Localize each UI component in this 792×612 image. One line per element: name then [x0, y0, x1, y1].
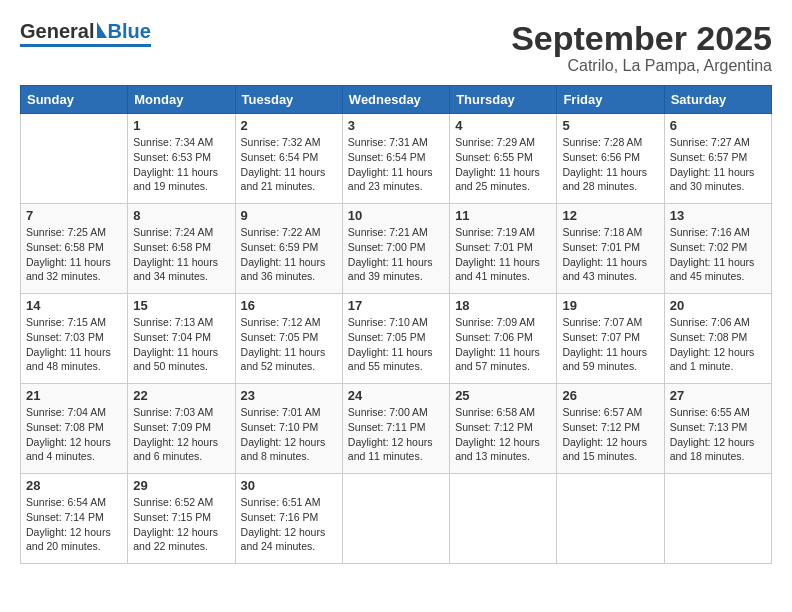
- day-info: Sunrise: 7:09 AMSunset: 7:06 PMDaylight:…: [455, 315, 551, 374]
- header-day-friday: Friday: [557, 86, 664, 114]
- day-number: 14: [26, 298, 122, 313]
- day-number: 29: [133, 478, 229, 493]
- logo-underline: [20, 44, 151, 47]
- calendar-cell: 2Sunrise: 7:32 AMSunset: 6:54 PMDaylight…: [235, 114, 342, 204]
- page-title: September 2025: [511, 20, 772, 57]
- calendar-cell: 16Sunrise: 7:12 AMSunset: 7:05 PMDayligh…: [235, 294, 342, 384]
- calendar-cell: 3Sunrise: 7:31 AMSunset: 6:54 PMDaylight…: [342, 114, 449, 204]
- header-day-tuesday: Tuesday: [235, 86, 342, 114]
- day-number: 30: [241, 478, 337, 493]
- day-number: 20: [670, 298, 766, 313]
- page-subtitle: Catrilo, La Pampa, Argentina: [511, 57, 772, 75]
- calendar-cell: 5Sunrise: 7:28 AMSunset: 6:56 PMDaylight…: [557, 114, 664, 204]
- day-info: Sunrise: 7:00 AMSunset: 7:11 PMDaylight:…: [348, 405, 444, 464]
- calendar-cell: 4Sunrise: 7:29 AMSunset: 6:55 PMDaylight…: [450, 114, 557, 204]
- calendar-body: 1Sunrise: 7:34 AMSunset: 6:53 PMDaylight…: [21, 114, 772, 564]
- calendar-cell: 10Sunrise: 7:21 AMSunset: 7:00 PMDayligh…: [342, 204, 449, 294]
- day-info: Sunrise: 7:16 AMSunset: 7:02 PMDaylight:…: [670, 225, 766, 284]
- day-info: Sunrise: 7:18 AMSunset: 7:01 PMDaylight:…: [562, 225, 658, 284]
- day-info: Sunrise: 7:10 AMSunset: 7:05 PMDaylight:…: [348, 315, 444, 374]
- week-row-5: 28Sunrise: 6:54 AMSunset: 7:14 PMDayligh…: [21, 474, 772, 564]
- calendar-table: SundayMondayTuesdayWednesdayThursdayFrid…: [20, 85, 772, 564]
- day-info: Sunrise: 7:13 AMSunset: 7:04 PMDaylight:…: [133, 315, 229, 374]
- day-info: Sunrise: 7:07 AMSunset: 7:07 PMDaylight:…: [562, 315, 658, 374]
- header-day-sunday: Sunday: [21, 86, 128, 114]
- calendar-cell: 9Sunrise: 7:22 AMSunset: 6:59 PMDaylight…: [235, 204, 342, 294]
- day-number: 7: [26, 208, 122, 223]
- week-row-3: 14Sunrise: 7:15 AMSunset: 7:03 PMDayligh…: [21, 294, 772, 384]
- day-info: Sunrise: 7:01 AMSunset: 7:10 PMDaylight:…: [241, 405, 337, 464]
- day-number: 6: [670, 118, 766, 133]
- header-row: SundayMondayTuesdayWednesdayThursdayFrid…: [21, 86, 772, 114]
- calendar-cell: [557, 474, 664, 564]
- day-info: Sunrise: 7:34 AMSunset: 6:53 PMDaylight:…: [133, 135, 229, 194]
- day-number: 19: [562, 298, 658, 313]
- calendar-cell: 8Sunrise: 7:24 AMSunset: 6:58 PMDaylight…: [128, 204, 235, 294]
- day-info: Sunrise: 6:57 AMSunset: 7:12 PMDaylight:…: [562, 405, 658, 464]
- calendar-cell: 29Sunrise: 6:52 AMSunset: 7:15 PMDayligh…: [128, 474, 235, 564]
- day-info: Sunrise: 7:03 AMSunset: 7:09 PMDaylight:…: [133, 405, 229, 464]
- day-info: Sunrise: 6:54 AMSunset: 7:14 PMDaylight:…: [26, 495, 122, 554]
- day-number: 5: [562, 118, 658, 133]
- calendar-cell: 26Sunrise: 6:57 AMSunset: 7:12 PMDayligh…: [557, 384, 664, 474]
- day-info: Sunrise: 7:19 AMSunset: 7:01 PMDaylight:…: [455, 225, 551, 284]
- week-row-1: 1Sunrise: 7:34 AMSunset: 6:53 PMDaylight…: [21, 114, 772, 204]
- calendar-cell: 19Sunrise: 7:07 AMSunset: 7:07 PMDayligh…: [557, 294, 664, 384]
- calendar-cell: [450, 474, 557, 564]
- day-info: Sunrise: 6:58 AMSunset: 7:12 PMDaylight:…: [455, 405, 551, 464]
- day-number: 12: [562, 208, 658, 223]
- day-info: Sunrise: 7:27 AMSunset: 6:57 PMDaylight:…: [670, 135, 766, 194]
- day-info: Sunrise: 7:32 AMSunset: 6:54 PMDaylight:…: [241, 135, 337, 194]
- logo-general: General: [20, 20, 94, 43]
- day-number: 15: [133, 298, 229, 313]
- calendar-cell: 7Sunrise: 7:25 AMSunset: 6:58 PMDaylight…: [21, 204, 128, 294]
- day-info: Sunrise: 7:22 AMSunset: 6:59 PMDaylight:…: [241, 225, 337, 284]
- day-number: 2: [241, 118, 337, 133]
- day-info: Sunrise: 6:52 AMSunset: 7:15 PMDaylight:…: [133, 495, 229, 554]
- day-info: Sunrise: 7:29 AMSunset: 6:55 PMDaylight:…: [455, 135, 551, 194]
- week-row-2: 7Sunrise: 7:25 AMSunset: 6:58 PMDaylight…: [21, 204, 772, 294]
- calendar-cell: 15Sunrise: 7:13 AMSunset: 7:04 PMDayligh…: [128, 294, 235, 384]
- day-number: 25: [455, 388, 551, 403]
- day-number: 16: [241, 298, 337, 313]
- calendar-header: SundayMondayTuesdayWednesdayThursdayFrid…: [21, 86, 772, 114]
- header-day-thursday: Thursday: [450, 86, 557, 114]
- calendar-cell: 18Sunrise: 7:09 AMSunset: 7:06 PMDayligh…: [450, 294, 557, 384]
- day-info: Sunrise: 7:06 AMSunset: 7:08 PMDaylight:…: [670, 315, 766, 374]
- calendar-cell: 1Sunrise: 7:34 AMSunset: 6:53 PMDaylight…: [128, 114, 235, 204]
- day-number: 10: [348, 208, 444, 223]
- calendar-cell: [21, 114, 128, 204]
- day-number: 26: [562, 388, 658, 403]
- calendar-cell: 30Sunrise: 6:51 AMSunset: 7:16 PMDayligh…: [235, 474, 342, 564]
- calendar-cell: [342, 474, 449, 564]
- day-number: 3: [348, 118, 444, 133]
- calendar-cell: 23Sunrise: 7:01 AMSunset: 7:10 PMDayligh…: [235, 384, 342, 474]
- calendar-cell: 6Sunrise: 7:27 AMSunset: 6:57 PMDaylight…: [664, 114, 771, 204]
- calendar-cell: 28Sunrise: 6:54 AMSunset: 7:14 PMDayligh…: [21, 474, 128, 564]
- day-number: 23: [241, 388, 337, 403]
- day-number: 27: [670, 388, 766, 403]
- calendar-cell: 17Sunrise: 7:10 AMSunset: 7:05 PMDayligh…: [342, 294, 449, 384]
- day-info: Sunrise: 7:15 AMSunset: 7:03 PMDaylight:…: [26, 315, 122, 374]
- calendar-cell: 21Sunrise: 7:04 AMSunset: 7:08 PMDayligh…: [21, 384, 128, 474]
- calendar-cell: 24Sunrise: 7:00 AMSunset: 7:11 PMDayligh…: [342, 384, 449, 474]
- logo-blue: Blue: [107, 20, 150, 43]
- title-block: September 2025 Catrilo, La Pampa, Argent…: [511, 20, 772, 75]
- day-number: 24: [348, 388, 444, 403]
- calendar-cell: 20Sunrise: 7:06 AMSunset: 7:08 PMDayligh…: [664, 294, 771, 384]
- calendar-cell: 14Sunrise: 7:15 AMSunset: 7:03 PMDayligh…: [21, 294, 128, 384]
- calendar-cell: 11Sunrise: 7:19 AMSunset: 7:01 PMDayligh…: [450, 204, 557, 294]
- calendar-cell: 25Sunrise: 6:58 AMSunset: 7:12 PMDayligh…: [450, 384, 557, 474]
- day-info: Sunrise: 6:55 AMSunset: 7:13 PMDaylight:…: [670, 405, 766, 464]
- day-number: 18: [455, 298, 551, 313]
- page-header: General Blue September 2025 Catrilo, La …: [20, 20, 772, 75]
- calendar-cell: 12Sunrise: 7:18 AMSunset: 7:01 PMDayligh…: [557, 204, 664, 294]
- day-number: 8: [133, 208, 229, 223]
- day-info: Sunrise: 7:31 AMSunset: 6:54 PMDaylight:…: [348, 135, 444, 194]
- day-number: 21: [26, 388, 122, 403]
- day-info: Sunrise: 6:51 AMSunset: 7:16 PMDaylight:…: [241, 495, 337, 554]
- day-number: 28: [26, 478, 122, 493]
- day-info: Sunrise: 7:04 AMSunset: 7:08 PMDaylight:…: [26, 405, 122, 464]
- day-number: 11: [455, 208, 551, 223]
- day-info: Sunrise: 7:28 AMSunset: 6:56 PMDaylight:…: [562, 135, 658, 194]
